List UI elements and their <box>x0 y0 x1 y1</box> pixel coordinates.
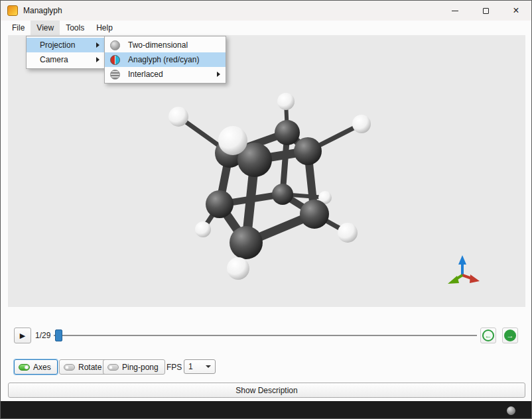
toggle-on-icon <box>19 364 30 371</box>
viewport-3d[interactable] <box>8 35 525 307</box>
projection-submenu-popup: Two-dimensional Anaglyph (red/cyan) Inte… <box>104 36 226 84</box>
app-window: Managlyph × File View Tools Help <box>0 0 532 419</box>
menu-bar: File View Tools Help <box>1 21 531 35</box>
menubar-item-view[interactable]: View <box>31 21 60 35</box>
frame-counter: 1/29 <box>35 327 50 344</box>
play-button[interactable]: ▶ <box>14 328 31 343</box>
next-arrow-icon: → <box>504 329 516 341</box>
description-panel-collapsed <box>1 401 531 418</box>
menu-item-projection-label: Projection <box>40 40 75 50</box>
playback-bar: ▶ 1/29 ← → <box>1 327 531 344</box>
fps-dropdown[interactable]: 1 <box>184 359 216 374</box>
close-button[interactable]: × <box>501 1 531 21</box>
menu-item-interlaced[interactable]: Interlaced <box>105 67 226 82</box>
chevron-down-icon <box>206 365 211 368</box>
status-ball-icon <box>507 406 515 415</box>
menu-item-anaglyph-label: Anaglyph (red/cyan) <box>128 55 199 64</box>
menu-item-camera-label: Camera <box>40 55 68 64</box>
toggle-off-icon <box>107 364 119 371</box>
submenu-arrow-icon <box>96 42 100 48</box>
app-icon <box>7 5 18 16</box>
window-title: Managlyph <box>23 6 62 15</box>
slider-handle[interactable] <box>55 329 62 341</box>
submenu-arrow-icon <box>217 72 220 77</box>
menu-item-anaglyph[interactable]: Anaglyph (red/cyan) <box>105 52 226 67</box>
close-icon: × <box>513 5 519 16</box>
minimize-icon <box>452 11 458 11</box>
anaglyph-red-cyan-icon <box>110 55 120 65</box>
menu-item-interlaced-label: Interlaced <box>128 70 163 79</box>
molecule <box>168 93 371 280</box>
axes-toggle-label: Axes <box>33 363 51 372</box>
rotate-toggle-button[interactable]: Rotate <box>59 359 108 375</box>
window-controls: × <box>440 1 531 21</box>
show-description-button[interactable]: Show Description <box>8 383 525 398</box>
menubar-item-tools[interactable]: Tools <box>60 21 90 35</box>
slider-groove[interactable] <box>54 335 477 336</box>
menu-item-projection[interactable]: Projection <box>27 38 105 52</box>
view-menu-popup: Projection Camera <box>26 36 105 69</box>
pingpong-toggle-label: Ping-pong <box>122 363 159 372</box>
axes-toggle-button[interactable]: Axes <box>14 359 58 375</box>
molecule-render <box>8 35 525 307</box>
menu-item-two-dimensional-label: Two-dimensional <box>128 40 188 50</box>
menu-item-camera[interactable]: Camera <box>27 52 105 67</box>
maximize-button[interactable] <box>470 1 501 21</box>
fps-label: FPS <box>166 359 182 375</box>
submenu-arrow-icon <box>96 57 100 62</box>
fps-value: 1 <box>188 362 193 371</box>
rotate-toggle-label: Rotate <box>78 363 101 372</box>
previous-arrow-icon: ← <box>482 329 494 341</box>
axes-indicator <box>448 255 480 284</box>
maximize-icon <box>483 8 489 14</box>
options-bar: Axes Rotate Ping-pong FPS 1 <box>1 359 531 375</box>
menubar-item-help[interactable]: Help <box>90 21 119 35</box>
minimize-button[interactable] <box>440 1 470 21</box>
frame-slider[interactable] <box>54 327 477 344</box>
menu-item-two-dimensional[interactable]: Two-dimensional <box>105 38 226 52</box>
previous-frame-button[interactable]: ← <box>480 328 496 343</box>
title-bar: Managlyph × <box>1 1 531 21</box>
toggle-off-icon <box>64 364 75 371</box>
next-frame-button[interactable]: → <box>502 328 518 343</box>
interlaced-icon <box>110 70 120 80</box>
show-description-label: Show Description <box>235 386 297 395</box>
two-dimensional-icon <box>110 40 120 50</box>
play-icon: ▶ <box>20 331 25 340</box>
pingpong-toggle-button[interactable]: Ping-pong <box>103 359 165 375</box>
menubar-item-file[interactable]: File <box>6 21 31 35</box>
